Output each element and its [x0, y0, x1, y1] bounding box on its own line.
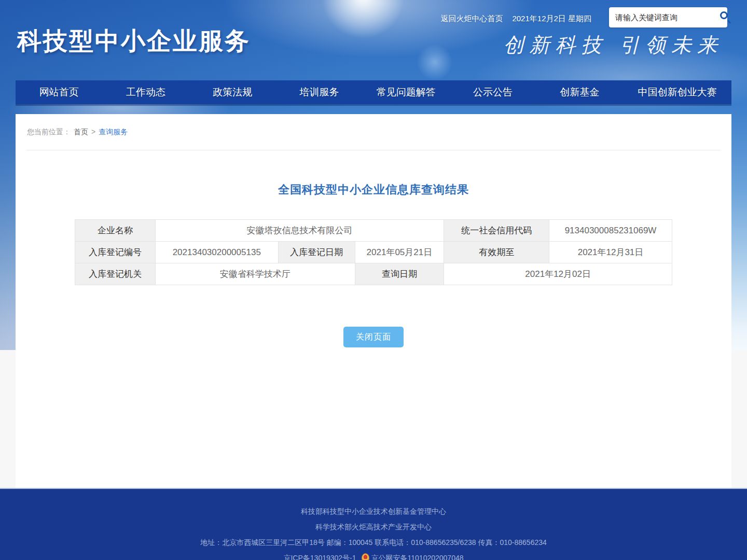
nav-item-home[interactable]: 网站首页: [16, 80, 102, 104]
nav-item-work-news[interactable]: 工作动态: [102, 80, 189, 104]
page-title: 全国科技型中小企业信息库查询结果: [16, 182, 731, 198]
police-filing-link[interactable]: 京公网安备11010202007048: [371, 554, 464, 560]
cell-company-name-label: 企业名称: [75, 220, 156, 242]
close-page-button[interactable]: 关闭页面: [343, 327, 404, 347]
content-card: 您当前位置：首页>查询服务 全国科技型中小企业信息库查询结果 企业名称 安徽塔孜…: [16, 114, 731, 488]
breadcrumb-current-link[interactable]: 查询服务: [99, 128, 128, 136]
date-text: 2021年12月2日 星期四: [512, 14, 591, 24]
breadcrumb-home-link[interactable]: 首页: [74, 128, 88, 136]
breadcrumb-prefix: 您当前位置：: [27, 128, 71, 136]
nav-item-faq[interactable]: 常见问题解答: [363, 80, 449, 104]
footer-line-org1: 科技部科技型中小企业技术创新基金管理中心: [0, 503, 747, 519]
police-badge-icon: [362, 553, 369, 560]
site-footer: 科技部科技型中小企业技术创新基金管理中心 科学技术部火炬高技术产业开发中心 地址…: [0, 488, 747, 560]
icp-link[interactable]: 京ICP备13019302号-1: [283, 554, 356, 560]
footer-line-icp: 京ICP备13019302号-1京公网安备11010202007048: [0, 550, 747, 560]
table-row: 企业名称 安徽塔孜信息技术有限公司 统一社会信用代码 9134030008523…: [75, 220, 672, 242]
breadcrumb-separator: >: [91, 128, 95, 136]
nav-item-announcements[interactable]: 公示公告: [449, 80, 536, 104]
search-input[interactable]: [615, 13, 718, 22]
search-box: [609, 7, 727, 27]
cell-registration-no-label: 入库登记编号: [75, 242, 156, 263]
cell-valid-until-label: 有效期至: [444, 242, 549, 263]
nav-item-innovation-competition[interactable]: 中国创新创业大赛: [623, 80, 731, 104]
breadcrumb: 您当前位置：首页>查询服务: [26, 114, 721, 150]
cell-registration-date-label: 入库登记日期: [278, 242, 355, 263]
topbar: 返回火炬中心首页 2021年12月2日 星期四: [440, 14, 591, 24]
cell-registration-date-value: 2021年05月21日: [355, 242, 444, 263]
cell-registration-no-value: 202134030200005135: [155, 242, 278, 263]
cell-credit-code-value: 91340300085231069W: [549, 220, 672, 242]
nav-item-training[interactable]: 培训服务: [276, 80, 363, 104]
nav-item-innovation-fund[interactable]: 创新基金: [536, 80, 623, 104]
table-row: 入库登记机关 安徽省科学技术厅 查询日期 2021年12月02日: [75, 263, 672, 285]
site-logo: 科技型中小企业服务: [17, 25, 251, 58]
query-result-table: 企业名称 安徽塔孜信息技术有限公司 统一社会信用代码 9134030008523…: [75, 219, 672, 285]
table-row: 入库登记编号 202134030200005135 入库登记日期 2021年05…: [75, 242, 672, 263]
torch-home-link[interactable]: 返回火炬中心首页: [440, 14, 503, 24]
site-slogan: 创新科技 引领未来: [504, 31, 723, 59]
search-button[interactable]: [718, 10, 723, 25]
main-nav: 网站首页 工作动态 政策法规 培训服务 常见问题解答 公示公告 创新基金 中国创…: [16, 80, 731, 104]
cell-query-date-label: 查询日期: [355, 263, 444, 285]
cell-valid-until-value: 2021年12月31日: [549, 242, 672, 263]
cell-credit-code-label: 统一社会信用代码: [444, 220, 549, 242]
nav-item-policies[interactable]: 政策法规: [189, 80, 276, 104]
cell-registration-authority-label: 入库登记机关: [75, 263, 156, 285]
cell-registration-authority-value: 安徽省科学技术厅: [155, 263, 355, 285]
footer-line-contact: 地址：北京市西城区三里河二区甲18号 邮编：100045 联系电话：010-88…: [0, 535, 747, 550]
cell-query-date-value: 2021年12月02日: [444, 263, 672, 285]
cell-company-name-value: 安徽塔孜信息技术有限公司: [155, 220, 444, 242]
search-icon: [720, 11, 728, 19]
footer-line-org2: 科学技术部火炬高技术产业开发中心: [0, 519, 747, 535]
